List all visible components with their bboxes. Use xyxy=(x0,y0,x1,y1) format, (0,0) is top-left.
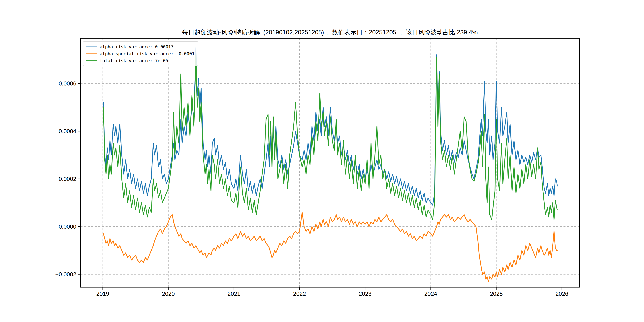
legend-item: alpha_special_risk_variance: -0.0001 xyxy=(86,50,194,57)
legend-line-swatch xyxy=(86,60,96,61)
chart-title: 每日超额波动-风险/特质拆解, (20190102,20251205)， 数值表… xyxy=(182,28,478,36)
x-tick-label: 2025 xyxy=(490,290,503,297)
x-tick-label: 2020 xyxy=(162,290,175,297)
x-tick-label: 2023 xyxy=(359,290,372,297)
y-tick-label: 0.0006 xyxy=(59,80,76,87)
y-tick-label: 0.0004 xyxy=(59,128,76,134)
legend-item: total_risk_variance: 7e-05 xyxy=(86,58,194,64)
y-tick-label: 0.0002 xyxy=(59,176,76,182)
legend-line-swatch xyxy=(86,46,96,47)
figure: 每日超额波动-风险/特质拆解, (20190102,20251205)， 数值表… xyxy=(0,0,644,322)
legend: alpha_risk_variance: 0.00017 alpha_speci… xyxy=(83,41,198,66)
x-tick-label: 2021 xyxy=(228,290,240,297)
y-tick-label: −0.0002 xyxy=(55,271,76,278)
legend-line-swatch xyxy=(86,54,96,54)
legend-label: total_risk_variance: 7e-05 xyxy=(100,58,168,63)
x-tick-label: 2026 xyxy=(556,290,568,297)
x-tick-label: 2022 xyxy=(293,290,306,297)
x-tick-label: 2024 xyxy=(424,290,437,297)
y-tick-label: 0.0000 xyxy=(59,224,76,230)
series-line-alpha_special_risk_variance xyxy=(103,212,557,282)
legend-label: alpha_risk_variance: 0.00017 xyxy=(100,44,174,49)
x-tick-label: 2019 xyxy=(96,290,109,297)
legend-item: alpha_risk_variance: 0.00017 xyxy=(86,44,194,50)
legend-label: alpha_special_risk_variance: -0.0001 xyxy=(100,51,194,56)
